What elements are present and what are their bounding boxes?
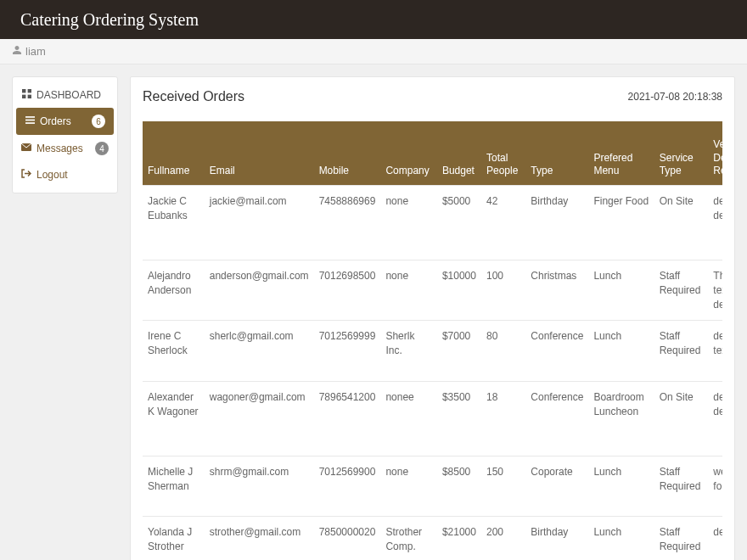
cell-budget: $7000 [437, 321, 481, 381]
sidebar-item-label: Messages [37, 143, 83, 154]
cell-fullname: Michelle J Sherman [143, 456, 205, 516]
cell-budget: $3500 [437, 381, 481, 456]
cell-prefered_menu: Finger Food [588, 185, 654, 260]
cell-fullname: Alexander K Wagoner [143, 381, 205, 456]
table-row[interactable]: Alejandro Andersonanderson@gmail.com7012… [143, 260, 722, 320]
cell-type: Conference [525, 321, 588, 381]
svg-rect-2 [22, 95, 25, 98]
cell-venue_details: This is a demo text. This is a demo text… [708, 260, 722, 320]
envelope-icon [21, 143, 31, 154]
table-row[interactable]: Jackie C Eubanksjackie@mail.com745888696… [143, 185, 722, 260]
cell-type: Coporate [525, 456, 588, 516]
col-budget: Budget [437, 121, 481, 185]
table-row[interactable]: Michelle J Shermanshrm@gmail.com70125699… [143, 456, 722, 516]
cell-total_people: 80 [481, 321, 525, 381]
cell-fullname: Alejandro Anderson [143, 260, 205, 320]
cell-email: shrm@gmail.com [205, 456, 314, 516]
cell-company: Sherlk Inc. [380, 321, 437, 381]
main-panel: Received Orders 2021-07-08 20:18:38 Full… [130, 76, 735, 560]
cell-service_type: Staff Required [654, 517, 709, 560]
col-total-people: Total People [481, 121, 525, 185]
col-prefered-menu: Prefered Menu [588, 121, 654, 185]
table-row[interactable]: Irene C Sherlocksherlc@gmail.com70125699… [143, 321, 722, 381]
cell-service_type: Staff Required [654, 321, 709, 381]
cell-venue_details: demo demo demo [708, 381, 722, 456]
userbar: liam [0, 39, 747, 64]
logout-icon [21, 169, 31, 181]
cell-total_people: 150 [481, 456, 525, 516]
cell-total_people: 42 [481, 185, 525, 260]
cell-company: none [380, 456, 437, 516]
cell-company: Strother Comp. [380, 517, 437, 560]
col-fullname: Fullname [143, 121, 205, 185]
sidebar-item-logout[interactable]: Logout [13, 162, 117, 188]
cell-type: Birthday [525, 185, 588, 260]
col-company: Company [380, 121, 437, 185]
sidebar-item-label: Orders [40, 115, 71, 127]
svg-rect-5 [25, 120, 35, 121]
orders-table-wrap[interactable]: Fullname Email Mobile Company Budget Tot… [143, 121, 722, 560]
svg-rect-0 [22, 89, 25, 92]
cell-prefered_menu: Lunch [588, 517, 654, 560]
cell-service_type: On Site [654, 381, 709, 456]
grid-icon [21, 89, 31, 101]
cell-budget: $21000 [437, 517, 481, 560]
cell-budget: $5000 [437, 185, 481, 260]
cell-mobile: 7850000020 [314, 517, 381, 560]
cell-venue_details: demo demo demo [708, 185, 722, 260]
timestamp: 2021-07-08 20:18:38 [628, 91, 722, 103]
cell-venue_details: well this is just for a demo test [708, 456, 722, 516]
table-row[interactable]: Alexander K Wagonerwagoner@gmail.com7896… [143, 381, 722, 456]
messages-count-badge: 4 [95, 142, 109, 155]
sidebar-item-dashboard[interactable]: DASHBOARD [13, 82, 117, 108]
sidebar-item-label: DASHBOARD [37, 89, 101, 101]
cell-type: Christmas [525, 260, 588, 320]
cell-prefered_menu: Lunch [588, 321, 654, 381]
svg-rect-6 [25, 122, 35, 124]
app-title: Catering Ordering System [20, 10, 199, 30]
cell-total_people: 200 [481, 517, 525, 560]
col-type: Type [525, 121, 588, 185]
cell-fullname: Jackie C Eubanks [143, 185, 205, 260]
cell-company: none [380, 260, 437, 320]
cell-email: jackie@mail.com [205, 185, 314, 260]
cell-company: nonee [380, 381, 437, 456]
table-row[interactable]: Yolanda J Strotherstrother@gmail.com7850… [143, 517, 722, 560]
cell-prefered_menu: Lunch [588, 456, 654, 516]
cell-email: sherlc@gmail.com [205, 321, 314, 381]
user-icon [12, 45, 22, 58]
list-icon [25, 115, 35, 127]
cell-budget: $8500 [437, 456, 481, 516]
cell-total_people: 100 [481, 260, 525, 320]
cell-email: wagoner@gmail.com [205, 381, 314, 456]
col-service-type: Service Type [654, 121, 709, 185]
orders-count-badge: 6 [92, 115, 105, 128]
topbar: Catering Ordering System [0, 0, 747, 39]
sidebar-item-orders[interactable]: Orders 6 [16, 108, 114, 135]
username[interactable]: liam [25, 45, 46, 58]
orders-table: Fullname Email Mobile Company Budget Tot… [143, 121, 722, 560]
cell-venue_details: demo one toooo [708, 517, 722, 560]
cell-mobile: 7458886969 [314, 185, 381, 260]
col-mobile: Mobile [314, 121, 381, 185]
col-venue-details: Venue Details/Menu Required [708, 121, 722, 185]
cell-venue_details: demo text demo text [708, 321, 722, 381]
cell-mobile: 7012569900 [314, 456, 381, 516]
cell-mobile: 7012569999 [314, 321, 381, 381]
cell-mobile: 7896541200 [314, 381, 381, 456]
svg-rect-4 [25, 116, 35, 118]
cell-prefered_menu: Boardroom Luncheon [588, 381, 654, 456]
sidebar: DASHBOARD Orders 6 Messages 4 Logout [12, 76, 118, 193]
cell-service_type: On Site [654, 185, 709, 260]
cell-total_people: 18 [481, 381, 525, 456]
cell-company: none [380, 185, 437, 260]
cell-fullname: Irene C Sherlock [143, 321, 205, 381]
cell-type: Birthday [525, 517, 588, 560]
sidebar-item-messages[interactable]: Messages 4 [13, 135, 117, 162]
cell-mobile: 7012698500 [314, 260, 381, 320]
svg-rect-1 [27, 89, 31, 92]
cell-email: anderson@gmail.com [205, 260, 314, 320]
cell-budget: $10000 [437, 260, 481, 320]
svg-rect-3 [27, 95, 31, 98]
col-email: Email [205, 121, 314, 185]
